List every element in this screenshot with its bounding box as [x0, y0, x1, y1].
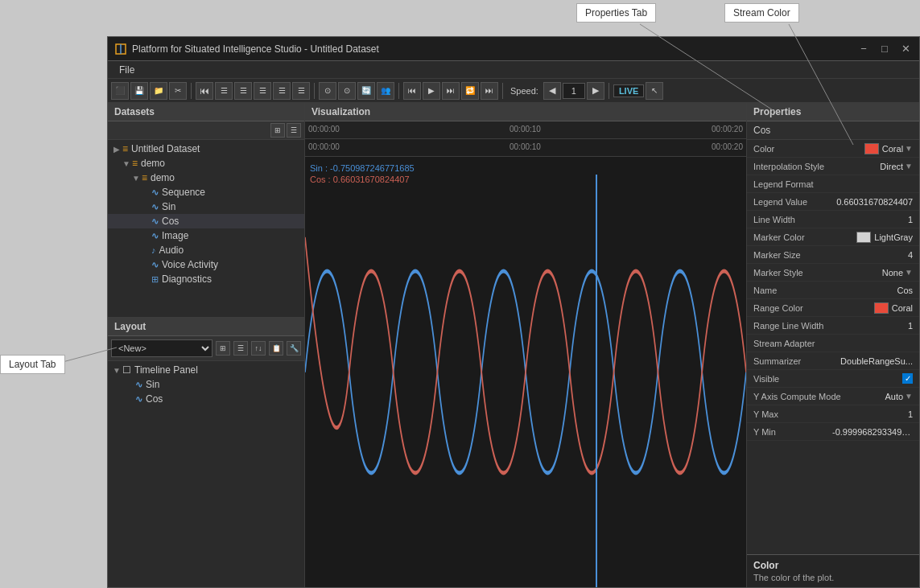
- visible-checkbox[interactable]: ✓: [902, 373, 913, 384]
- prop-value-text: 1: [908, 409, 913, 419]
- prop-row-summarizer[interactable]: Summarizer DoubleRangeSu...: [747, 352, 919, 370]
- color-swatch[interactable]: [856, 232, 871, 243]
- color-swatch[interactable]: [874, 302, 889, 314]
- toolbar-btn-skip-start[interactable]: ⏮: [196, 82, 213, 100]
- prop-value-text: LightGray: [874, 232, 913, 242]
- prop-row-range-color[interactable]: Range Color Coral: [747, 299, 919, 317]
- toolbar-btn-6[interactable]: ☰: [234, 82, 252, 100]
- titlebar: Platform for Situated Intelligence Studi…: [108, 37, 919, 61]
- prop-row-marker-size[interactable]: Marker Size 4: [747, 246, 919, 264]
- toolbar-sep-4: [502, 83, 503, 99]
- prop-row-marker-color[interactable]: Marker Color LightGray: [747, 228, 919, 246]
- maximize-button[interactable]: □: [877, 42, 892, 56]
- tree-item-sequence[interactable]: ∿ Sequence: [108, 185, 304, 199]
- play-button[interactable]: ▶: [423, 82, 440, 100]
- toolbar-btn-9[interactable]: ☰: [292, 82, 310, 100]
- layout-btn-4[interactable]: 📋: [269, 341, 283, 356]
- color-swatch[interactable]: [864, 143, 879, 154]
- skip-forward-button[interactable]: ⏭: [442, 82, 460, 100]
- speed-label: Speed:: [510, 86, 538, 96]
- prop-row-legend-value[interactable]: Legend Value 0.66031670824407: [747, 193, 919, 211]
- signal-icon: ∿: [151, 187, 159, 198]
- speed-input[interactable]: 1: [563, 83, 585, 99]
- prop-row-stream-adapter[interactable]: Stream Adapter: [747, 335, 919, 352]
- tree-item-demo2[interactable]: ▼ ≡ demo: [108, 171, 304, 185]
- prop-row-color[interactable]: Color Coral ▼: [747, 140, 919, 158]
- toolbar-btn-3[interactable]: 📁: [150, 82, 167, 100]
- tree-label: demo: [151, 172, 175, 183]
- prop-row-marker-style[interactable]: Marker Style None ▼: [747, 264, 919, 282]
- skip-back-button[interactable]: ⏮: [403, 82, 421, 100]
- viz-content: 00:00:00 00:00:10 00:00:20 00:00:00 00:0…: [305, 121, 746, 587]
- viz-panel: Visualization 00:00:00 00:00:10 00:00:20…: [305, 103, 746, 587]
- skip-end-button[interactable]: ⏭: [481, 82, 498, 100]
- toolbar-btn-11[interactable]: ⊙: [338, 82, 356, 100]
- layout-btn-3[interactable]: ↑↓: [251, 341, 266, 356]
- tree-item-layout-sin[interactable]: ∿ Sin: [108, 377, 304, 392]
- tree-item-layout-cos[interactable]: ∿ Cos: [108, 392, 304, 406]
- minimize-button[interactable]: −: [856, 42, 871, 56]
- layout-dropdown-row: <New> ⊞ ☰ ↑↓ 📋 🔧: [108, 336, 304, 361]
- prop-value-text: Cos: [897, 286, 913, 295]
- tree-item-audio[interactable]: ♪ Audio: [108, 243, 304, 257]
- layout-select[interactable]: <New>: [111, 339, 212, 357]
- props-list: Color Coral ▼ Interpolation Style Direct…: [747, 140, 919, 554]
- datasets-btn-1[interactable]: ⊞: [270, 123, 285, 138]
- prop-label: Marker Style: [753, 268, 882, 278]
- toolbar-btn-13[interactable]: 👥: [377, 82, 394, 100]
- tree-item-untitled-dataset[interactable]: ▶ ≡ Untitled Dataset: [108, 142, 304, 156]
- time-mark-2: 00:00:10: [510, 125, 541, 134]
- prop-row-interp[interactable]: Interpolation Style Direct ▼: [747, 158, 919, 175]
- prop-row-legend-format[interactable]: Legend Format: [747, 175, 919, 193]
- tree-label: demo: [141, 158, 165, 169]
- properties-tab-tooltip: Properties Tab: [576, 3, 656, 23]
- tree-item-cos[interactable]: ∿ Cos: [108, 214, 304, 228]
- time-ruler-top: 00:00:00 00:00:10 00:00:20: [305, 121, 746, 139]
- tree-label: Voice Activity: [162, 259, 218, 270]
- wave-container: Sin : -0.750987246771685 Cos : 0.6603167…: [305, 157, 746, 587]
- prop-label: Summarizer: [753, 356, 840, 366]
- datasets-btn-2[interactable]: ☰: [287, 123, 301, 138]
- tree-item-timeline-panel[interactable]: ▼ ☐ Timeline Panel: [108, 363, 304, 377]
- tree-item-demo1[interactable]: ▼ ≡ demo: [108, 156, 304, 171]
- layout-btn-2[interactable]: ☰: [233, 341, 248, 356]
- toolbar-btn-10[interactable]: ⊙: [319, 82, 336, 100]
- signal-icon: ∿: [151, 231, 159, 241]
- tree-item-image[interactable]: ∿ Image: [108, 228, 304, 243]
- time-mark-6: 00:00:20: [712, 142, 743, 151]
- prop-value-text: Direct: [880, 162, 903, 171]
- datasets-header: Datasets: [108, 103, 304, 121]
- live-button[interactable]: LIVE: [613, 84, 644, 97]
- tree-item-diagnostics[interactable]: ⊞ Diagnostics: [108, 272, 304, 286]
- cursor-button[interactable]: ↖: [646, 82, 663, 100]
- speed-down-button[interactable]: ◀: [543, 82, 561, 100]
- prop-row-line-width[interactable]: Line Width 1: [747, 211, 919, 228]
- prop-row-name[interactable]: Name Cos: [747, 282, 919, 299]
- prop-row-range-line-width[interactable]: Range Line Width 1: [747, 317, 919, 335]
- toolbar-btn-12[interactable]: 🔄: [357, 82, 375, 100]
- toolbar-btn-2[interactable]: 💾: [130, 82, 148, 100]
- signal-icon: ∿: [135, 380, 142, 390]
- tree-item-voice[interactable]: ∿ Voice Activity: [108, 257, 304, 272]
- toolbar-btn-5[interactable]: ☰: [215, 82, 233, 100]
- expand-icon: ▶: [111, 145, 122, 154]
- speed-up-button[interactable]: ▶: [587, 82, 604, 100]
- playhead[interactable]: [596, 175, 597, 587]
- toolbar-btn-8[interactable]: ☰: [273, 82, 291, 100]
- prop-row-y-min[interactable]: Y Min -0.9999682933493...: [747, 423, 919, 441]
- layout-btn-1[interactable]: ⊞: [216, 341, 230, 356]
- close-button[interactable]: ✕: [898, 42, 913, 56]
- prop-value-text: Coral: [882, 144, 903, 154]
- toolbar-btn-1[interactable]: ⬛: [111, 82, 129, 100]
- layout-btn-5[interactable]: 🔧: [287, 341, 301, 356]
- window-controls: − □ ✕: [856, 42, 913, 56]
- tree-item-sin[interactable]: ∿ Sin: [108, 199, 304, 214]
- toolbar-sep-5: [609, 83, 609, 99]
- loop-button[interactable]: 🔁: [461, 82, 479, 100]
- toolbar-btn-4[interactable]: ✂: [169, 82, 187, 100]
- prop-row-y-max[interactable]: Y Max 1: [747, 405, 919, 423]
- menu-file[interactable]: File: [113, 64, 141, 76]
- prop-row-y-axis[interactable]: Y Axis Compute Mode Auto ▼: [747, 388, 919, 405]
- prop-row-visible[interactable]: Visible ✓: [747, 370, 919, 388]
- toolbar-btn-7[interactable]: ☰: [254, 82, 271, 100]
